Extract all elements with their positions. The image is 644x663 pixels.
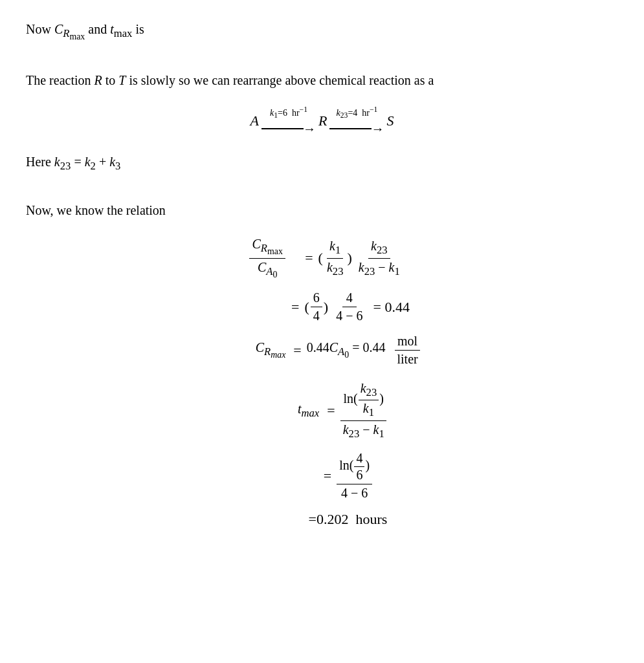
eq-row-5: = ln( 4 6 ) 4 − 6 [324, 451, 372, 501]
eq-row-4: tmax = ln( k23 k1 ) k23 − k1 [257, 381, 386, 440]
reaction-diagram: A k1=6 hr−1 → R k23=4 hr−1 → S [26, 105, 618, 136]
now-relation: Now, we know the relation [26, 201, 618, 220]
paragraph-2: The reaction R to T is slowly so we can … [26, 71, 618, 90]
here-k23: Here k23 = k2 + k3 [26, 152, 618, 174]
eq-row-6: =0.202 hours [309, 511, 388, 528]
eq-row-3: CRmax = 0.44CA0 = 0.44 mol liter [223, 334, 420, 367]
paragraph-1: Now CRmax and tmax is [26, 19, 618, 44]
eq-row-2: = ( 6 4 ) 4 4 − 6 = 0.44 [286, 290, 410, 323]
eq-row-1: CRmax CA0 = ( k1 k23 ) k23 k23 − k1 [241, 237, 403, 281]
